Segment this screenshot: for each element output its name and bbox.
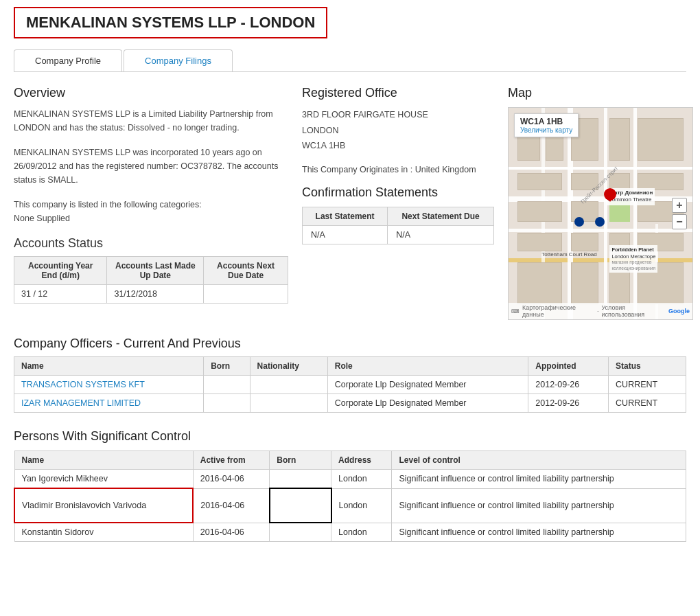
officers-section: Company Officers - Current And Previous … [14,336,686,413]
accounts-year-end: 31 / 12 [14,285,107,304]
map-enlarge-label[interactable]: Увеличить карту [520,126,572,134]
map-zoom-controls: + − [672,198,687,229]
map-panel: Map [508,86,693,320]
registered-office-address: 3RD FLOOR FAIRGATE HOUSE LONDON WC1A 1HB [302,107,494,154]
psc-born-2 [270,488,331,523]
accounts-table: Accounting Year End (d/m) Accounts Last … [14,256,288,304]
psc-address-1: London [331,470,392,489]
officers-col-born: Born [204,357,250,376]
psc-born-1 [270,470,331,489]
map-info-box: WC1A 1HB Увеличить карту [514,113,579,137]
officer-role-1: Corporate Llp Designated Member [327,376,528,394]
officers-col-appointed: Appointed [528,357,609,376]
conf-next-value: N/A [388,225,494,244]
psc-address-2: London [331,488,392,523]
psc-active-3: 2016-04-06 [193,523,270,542]
psc-address-3: London [331,523,392,542]
officer-appointed-1: 2012-09-26 [528,376,609,394]
officers-col-role: Role [327,357,528,376]
originates-text: This Company Originates in : United King… [302,165,494,174]
psc-level-1: Significant influence or control limited… [392,470,686,489]
officers-col-name: Name [14,357,204,376]
psc-col-born: Born [270,451,331,470]
officer-role-2: Corporate Llp Designated Member [327,394,528,413]
accounts-status-title: Accounts Status [14,236,288,251]
psc-name-1: Yan Igorevich Mikheev [14,470,193,489]
tab-bar: Company Profile Company Filings [14,49,686,72]
psc-table: Name Active from Born Address Level of c… [14,450,686,542]
psc-level-3: Significant influence or control limited… [392,523,686,542]
psc-active-1: 2016-04-06 [193,470,270,489]
map-title: Map [508,86,693,100]
psc-col-name: Name [14,451,193,470]
accounts-row: 31 / 12 31/12/2018 [14,285,288,304]
officer-name-link-2[interactable]: IZAR MANAGEMENT LIMITED [21,398,141,408]
psc-col-address: Address [331,451,392,470]
officer-born-2 [204,394,250,413]
psc-level-2: Significant influence or control limited… [392,488,686,523]
officers-title: Company Officers - Current And Previous [14,336,686,351]
psc-name-3: Konstantin Sidorov [14,523,193,542]
conf-col-next: Next Statement Due [388,207,494,225]
map-box[interactable]: Грейт-Рассел-стрит Tottenham Court Road … [508,107,693,320]
psc-section: Persons With Significant Control Name Ac… [14,429,686,542]
company-title: MENKALINAN SYSTEMS LLP - LONDON [14,7,327,38]
accounts-next-date [204,285,288,304]
overview-paragraph3: This company is listed in the following … [14,198,288,225]
officer-status-1: CURRENT [609,376,686,394]
tab-company-profile[interactable]: Company Profile [14,49,122,71]
table-row: Vladimir Bronislavovich Varivoda 2016-04… [14,488,686,523]
map-terms-text: Условия использования [601,304,666,318]
table-row: Konstantin Sidorov 2016-04-06 London Sig… [14,523,686,542]
officers-col-nationality: Nationality [250,357,327,376]
officers-table: Name Born Nationality Role Appointed Sta… [14,356,686,413]
accounts-last-date: 31/12/2018 [107,285,204,304]
overview-paragraph1: MENKALINAN SYSTEMS LLP is a Limited Liab… [14,107,288,135]
confirmation-title: Confirmation Statements [302,185,494,200]
officers-col-status: Status [609,357,686,376]
accounts-col-last: Accounts Last Made Up Date [107,257,204,285]
tab-company-filings[interactable]: Company Filings [124,49,233,71]
overview-categories: None Supplied [14,214,70,223]
registered-office-title: Registered Office [302,86,494,100]
conf-last-value: N/A [303,225,388,244]
officer-born-1 [204,376,250,394]
officer-nationality-1 [250,376,327,394]
psc-title: Persons With Significant Control [14,429,686,444]
confirmation-row: N/A N/A [303,225,494,244]
psc-col-level: Level of control [392,451,686,470]
table-row: Yan Igorevich Mikheev 2016-04-06 London … [14,470,686,489]
conf-col-last: Last Statement [303,207,388,225]
officer-nationality-2 [250,394,327,413]
map-zoom-in[interactable]: + [672,198,687,213]
psc-active-2: 2016-04-06 [193,488,270,523]
map-data-text: Картографические данные [522,304,594,318]
accounts-col-next: Accounts Next Due Date [204,257,288,285]
table-row: IZAR MANAGEMENT LIMITED Corporate Llp De… [14,394,686,413]
confirmation-table: Last Statement Next Statement Due N/A N/… [302,207,494,244]
map-zoom-out[interactable]: − [672,214,687,229]
officer-name-link-1[interactable]: TRANSACTION SYSTEMS KFT [21,380,145,389]
officer-status-2: CURRENT [609,394,686,413]
accounts-col-year: Accounting Year End (d/m) [14,257,107,285]
table-row: TRANSACTION SYSTEMS KFT Corporate Llp De… [14,376,686,394]
psc-born-3 [270,523,331,542]
officer-appointed-2: 2012-09-26 [528,394,609,413]
overview-paragraph2: MENKALINAN SYSTEMS LLP was incorporated … [14,146,288,187]
map-bottom-bar: ⌨ Картографические данные · Условия испо… [509,303,692,319]
overview-title: Overview [14,86,288,100]
psc-name-2: Vladimir Bronislavovich Varivoda [14,488,193,523]
map-pin [604,188,616,203]
psc-col-active: Active from [193,451,270,470]
